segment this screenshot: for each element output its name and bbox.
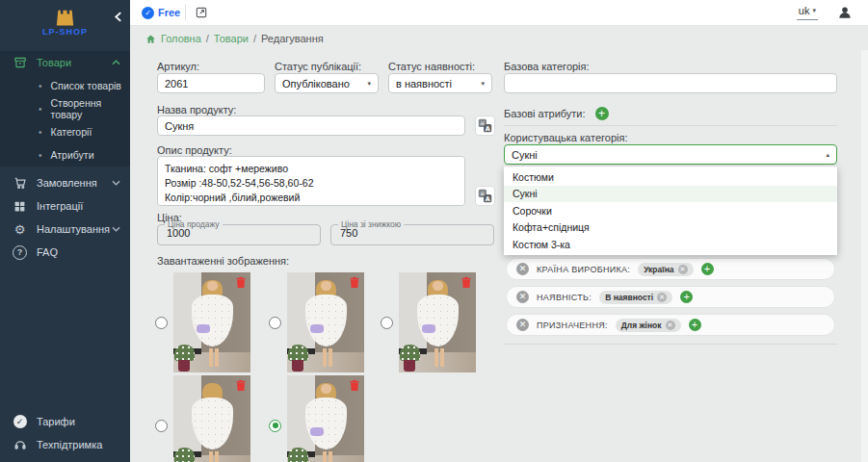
- dropdown-option[interactable]: Костюми: [504, 168, 837, 186]
- delete-image-button[interactable]: [461, 276, 471, 289]
- remove-attribute-button[interactable]: ✕: [516, 319, 529, 331]
- trash-icon: [350, 379, 359, 392]
- attribute-value: Для жінок: [621, 321, 662, 330]
- image-radio[interactable]: [269, 317, 281, 329]
- base-category-input[interactable]: [504, 73, 837, 93]
- availability-status-select[interactable]: в наявності ▾: [388, 73, 492, 93]
- product-photo[interactable]: [287, 375, 364, 462]
- dropdown-option[interactable]: Сорочки: [504, 202, 837, 219]
- product-photo[interactable]: [173, 375, 250, 462]
- product-name-input[interactable]: [157, 116, 465, 136]
- logo[interactable]: LP-SHOP: [0, 5, 130, 51]
- sidebar-item-attributes[interactable]: • Атрибути: [0, 143, 130, 167]
- chevron-down-icon: ▾: [481, 80, 485, 88]
- sidebar-item-support[interactable]: Техпідтримка: [0, 433, 130, 456]
- attribute-name: НАЯВНІСТЬ:: [537, 293, 592, 302]
- add-value-button[interactable]: +: [680, 291, 693, 303]
- sidebar-subitem-label: Категорії: [51, 126, 92, 138]
- description-label: Опис продукту:: [157, 144, 232, 156]
- publication-status-select[interactable]: Опубліковано ▾: [275, 73, 379, 93]
- sidebar-item-tariffs[interactable]: ✓ Тарифи: [0, 410, 130, 433]
- attribute-value: Україна: [644, 265, 673, 274]
- help-icon: ?: [13, 245, 27, 260]
- sidebar-bottom: ✓ Тарифи Техпідтримка: [0, 410, 130, 456]
- user-avatar-icon: [837, 5, 853, 20]
- attribute-value-chip: В наявності ✕: [599, 291, 672, 304]
- translate-icon: ≡A: [478, 118, 492, 133]
- language-select[interactable]: uk ▾: [797, 5, 818, 20]
- delete-image-button[interactable]: [350, 276, 359, 289]
- plan-badge[interactable]: ✓ Free: [142, 0, 180, 25]
- sku-input[interactable]: [157, 73, 265, 93]
- breadcrumb-link-products[interactable]: Товари: [214, 33, 249, 44]
- dropdown-option[interactable]: Кофта+спідниця: [504, 219, 837, 237]
- image-cell: [269, 375, 364, 462]
- topbar: ✓ Free uk ▾: [130, 0, 868, 26]
- apps-icon: [13, 199, 27, 214]
- dropdown-option-selected[interactable]: Сукні: [504, 186, 837, 203]
- bullet-icon: •: [39, 150, 42, 161]
- scrollbar[interactable]: [861, 50, 868, 462]
- remove-attribute-button[interactable]: ✕: [516, 291, 529, 303]
- product-name-label: Назва продукту:: [157, 104, 236, 116]
- description-textarea[interactable]: Тканина: софт +мереживо Розмір :48-50,52…: [157, 156, 465, 206]
- image-cell: [155, 375, 250, 462]
- open-in-new-button[interactable]: [195, 6, 208, 19]
- topbar-divider: [185, 4, 186, 21]
- sidebar-item-categories[interactable]: • Категорії: [0, 120, 130, 143]
- availability-status-label: Статус наявності:: [388, 61, 475, 72]
- sidebar-subitem-label: Список товарів: [51, 80, 121, 91]
- trash-icon: [461, 276, 471, 289]
- sidebar-item-settings[interactable]: ⚙ Налаштування: [0, 218, 130, 241]
- discount-price-field[interactable]: Ціна зі знижкою 750: [330, 219, 494, 245]
- sidebar-collapse-button[interactable]: [114, 12, 122, 22]
- sidebar-item-faq[interactable]: ? FAQ: [0, 241, 130, 264]
- image-radio[interactable]: [155, 317, 168, 329]
- open-in-new-icon: [195, 6, 208, 19]
- image-cell: [269, 272, 364, 372]
- sidebar-item-integrations[interactable]: Інтеграції: [0, 194, 130, 218]
- sale-price-field[interactable]: Ціна продажу 1000: [157, 219, 321, 245]
- image-radio[interactable]: [155, 420, 168, 432]
- custom-category-value: Сукні: [512, 149, 538, 161]
- publication-status-label: Статус публікації:: [275, 61, 361, 72]
- sidebar-item-products[interactable]: Товари: [0, 51, 130, 74]
- trash-icon: [236, 379, 246, 392]
- remove-value-button[interactable]: ✕: [666, 321, 675, 330]
- add-value-button[interactable]: +: [689, 319, 701, 331]
- cart-icon: [13, 176, 27, 191]
- user-avatar-button[interactable]: [837, 5, 853, 20]
- chevron-down-icon: ▾: [812, 7, 816, 14]
- image-radio[interactable]: [381, 317, 393, 329]
- custom-category-dropdown: Костюми Сукні Сорочки Кофта+спідниця Кос…: [504, 167, 837, 255]
- chevron-up-icon: [112, 60, 120, 65]
- chevron-down-icon: ▾: [367, 80, 371, 88]
- dropdown-option[interactable]: Костюм 3-ка: [504, 236, 837, 253]
- add-base-attribute-button[interactable]: +: [595, 107, 609, 120]
- remove-value-button[interactable]: ✕: [657, 293, 667, 302]
- add-value-button[interactable]: +: [701, 263, 714, 275]
- product-photo[interactable]: [173, 272, 250, 372]
- remove-attribute-button[interactable]: ✕: [516, 263, 529, 275]
- shop-bag-icon: [55, 5, 75, 27]
- availability-status-value: в наявності: [396, 78, 452, 90]
- delete-image-button[interactable]: [236, 379, 246, 392]
- image-radio[interactable]: [269, 420, 281, 432]
- delete-image-button[interactable]: [350, 379, 359, 392]
- main-content: Головна / Товари / Редагування Артикул: …: [130, 26, 868, 462]
- breadcrumb-separator: /: [253, 33, 256, 44]
- remove-value-button[interactable]: ✕: [678, 265, 688, 274]
- sidebar-item-label: Техпідтримка: [37, 439, 102, 450]
- headset-icon: [13, 438, 27, 452]
- translate-description-button[interactable]: ≡A: [475, 186, 495, 206]
- sidebar-item-orders[interactable]: Замовлення: [0, 171, 130, 194]
- translate-name-button[interactable]: ≡A: [475, 116, 495, 136]
- breadcrumb-link-home[interactable]: Головна: [161, 33, 201, 44]
- custom-category-select[interactable]: Сукні ▴: [504, 144, 837, 165]
- svg-text:≡: ≡: [480, 119, 485, 126]
- product-photo[interactable]: [399, 272, 476, 372]
- product-photo[interactable]: [287, 272, 364, 372]
- sidebar-item-product-list[interactable]: • Список товарів: [0, 74, 130, 97]
- sidebar-item-product-create[interactable]: • Створення товару: [0, 97, 130, 120]
- delete-image-button[interactable]: [236, 276, 246, 289]
